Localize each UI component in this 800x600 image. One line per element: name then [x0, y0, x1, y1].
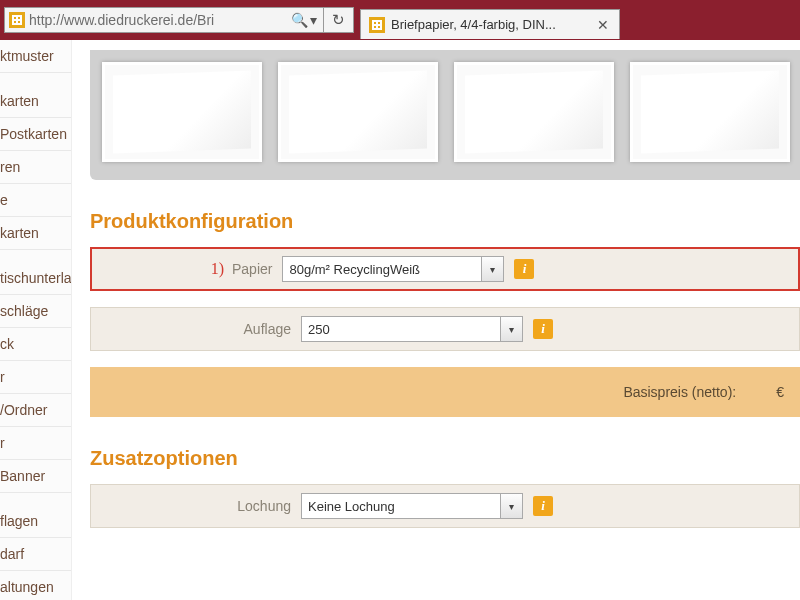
favicon — [369, 17, 385, 33]
sidebar-item[interactable]: karten — [0, 217, 71, 250]
browser-chrome: http://www.diedruckerei.de/Bri 🔍 ▾ ↻ Bri… — [0, 0, 800, 40]
sidebar-spacer — [0, 250, 71, 262]
site-icon — [9, 12, 25, 28]
sidebar-item[interactable]: ren — [0, 151, 71, 184]
price-currency: € — [776, 384, 784, 400]
sidebar-spacer — [0, 73, 71, 85]
sidebar-item[interactable]: e — [0, 184, 71, 217]
tab-title: Briefpapier, 4/4-farbig, DIN... — [391, 17, 595, 32]
select-value[interactable]: 80g/m² RecyclingWeiß — [282, 256, 482, 282]
product-thumbnail[interactable] — [630, 62, 790, 162]
field-label: Auflage — [91, 321, 301, 337]
sidebar-item[interactable]: r — [0, 427, 71, 460]
search-icon[interactable]: 🔍 — [291, 12, 308, 28]
select-value[interactable]: Keine Lochung — [301, 493, 501, 519]
sidebar: ktmuster karten Postkarten ren e karten … — [0, 40, 72, 600]
dropdown-icon[interactable]: ▾ — [310, 12, 317, 28]
product-thumbnail[interactable] — [454, 62, 614, 162]
sidebar-item[interactable]: /Ordner — [0, 394, 71, 427]
config-row-lochung: Lochung Keine Lochung ▾ i — [90, 484, 800, 528]
chevron-down-icon[interactable]: ▾ — [501, 316, 523, 342]
sidebar-item[interactable]: tischunterlagen — [0, 262, 71, 295]
price-box: Basispreis (netto): € — [90, 367, 800, 417]
thumbnail-strip — [90, 50, 800, 180]
sidebar-item[interactable]: karten — [0, 85, 71, 118]
address-bar[interactable]: http://www.diedruckerei.de/Bri 🔍 ▾ — [4, 7, 324, 33]
page: ktmuster karten Postkarten ren e karten … — [0, 40, 800, 600]
config-row-papier: 1) Papier 80g/m² RecyclingWeiß ▾ i — [90, 247, 800, 291]
refresh-button[interactable]: ↻ — [324, 7, 354, 33]
sidebar-item[interactable]: darf — [0, 538, 71, 571]
section-heading-config: Produktkonfiguration — [90, 210, 800, 233]
sidebar-item[interactable]: schläge — [0, 295, 71, 328]
select-value[interactable]: 250 — [301, 316, 501, 342]
chevron-down-icon[interactable]: ▾ — [482, 256, 504, 282]
sidebar-item[interactable]: ck — [0, 328, 71, 361]
info-icon[interactable]: i — [533, 319, 553, 339]
annotation-marker: 1) — [92, 260, 232, 278]
close-icon[interactable]: ✕ — [595, 17, 611, 33]
product-thumbnail[interactable] — [278, 62, 438, 162]
product-thumbnail[interactable] — [102, 62, 262, 162]
auflage-select[interactable]: 250 ▾ — [301, 316, 523, 342]
sidebar-item[interactable]: Postkarten — [0, 118, 71, 151]
browser-tab[interactable]: Briefpapier, 4/4-farbig, DIN... ✕ — [360, 9, 620, 39]
sidebar-item[interactable]: ktmuster — [0, 40, 71, 73]
field-label: Papier — [232, 261, 282, 277]
config-row-auflage: Auflage 250 ▾ i — [90, 307, 800, 351]
main-content: Produktkonfiguration 1) Papier 80g/m² Re… — [72, 40, 800, 600]
info-icon[interactable]: i — [533, 496, 553, 516]
sidebar-item[interactable]: r — [0, 361, 71, 394]
price-label: Basispreis (netto): — [623, 384, 736, 400]
lochung-select[interactable]: Keine Lochung ▾ — [301, 493, 523, 519]
info-icon[interactable]: i — [514, 259, 534, 279]
sidebar-item[interactable]: altungen — [0, 571, 71, 600]
chevron-down-icon[interactable]: ▾ — [501, 493, 523, 519]
sidebar-item[interactable]: flagen — [0, 505, 71, 538]
sidebar-spacer — [0, 493, 71, 505]
papier-select[interactable]: 80g/m² RecyclingWeiß ▾ — [282, 256, 504, 282]
section-heading-extras: Zusatzoptionen — [90, 447, 800, 470]
field-label: Lochung — [91, 498, 301, 514]
sidebar-item[interactable]: Banner — [0, 460, 71, 493]
url-text: http://www.diedruckerei.de/Bri — [29, 12, 285, 28]
